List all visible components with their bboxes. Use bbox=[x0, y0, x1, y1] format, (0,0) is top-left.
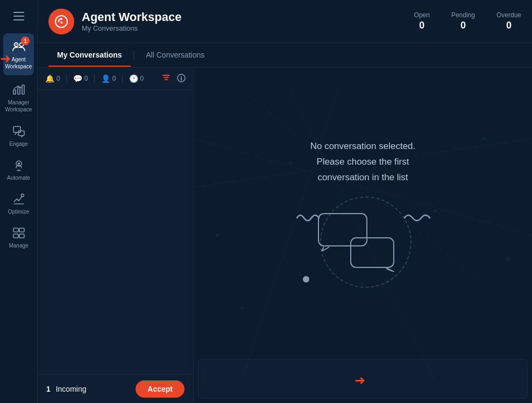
agent-workspace-badge: 1 bbox=[21, 37, 30, 45]
main-content: Agent Workspace My Conversations Open 0 … bbox=[38, 0, 532, 403]
sidebar-item-label-engage: Engage bbox=[9, 141, 27, 147]
svg-rect-7 bbox=[18, 131, 24, 136]
svg-rect-14 bbox=[19, 234, 24, 238]
svg-rect-3 bbox=[13, 90, 16, 94]
stat-overdue: Overdue 0 bbox=[496, 11, 521, 31]
svg-rect-4 bbox=[18, 87, 20, 94]
sidebar-item-manage[interactable]: Manage bbox=[0, 220, 37, 254]
squiggle-right bbox=[403, 210, 433, 223]
svg-rect-11 bbox=[13, 228, 18, 232]
manage-icon bbox=[11, 225, 26, 241]
left-arrow-indicator: ➜ bbox=[0, 51, 11, 66]
empty-line-1: No conversation selected. bbox=[310, 141, 416, 151]
bottom-arrow-indicator: ➜ bbox=[354, 373, 365, 388]
page-title: Agent Workspace bbox=[82, 10, 414, 24]
header-title-block: Agent Workspace My Conversations bbox=[82, 10, 414, 32]
stat-open: Open 0 bbox=[414, 11, 430, 31]
empty-state-text: No conversation selected. Please choose … bbox=[310, 139, 416, 186]
chat-illustration bbox=[293, 202, 433, 288]
sidebar-item-label-manage: Manage bbox=[9, 243, 28, 249]
conversation-filter-bar: 🔔 0 | 💬 0 | 👤 0 | 🕐 0 bbox=[38, 68, 193, 90]
header-stats: Open 0 Pending 0 Overdue 0 bbox=[414, 11, 521, 31]
manager-workspace-icon bbox=[11, 82, 26, 97]
stat-overdue-value: 0 bbox=[496, 20, 521, 31]
automate-icon bbox=[11, 158, 26, 173]
engage-icon bbox=[11, 124, 26, 139]
message-icon: 💬 bbox=[73, 74, 82, 83]
optimize-icon bbox=[11, 192, 26, 207]
right-panel: No conversation selected. Please choose … bbox=[194, 68, 532, 403]
conv-stat-time: 🕐 0 bbox=[129, 74, 144, 83]
conv-stat-notifications: 🔔 0 bbox=[45, 74, 60, 83]
svg-point-10 bbox=[21, 194, 24, 197]
svg-point-16 bbox=[60, 18, 62, 20]
sidebar-item-automate[interactable]: Automate bbox=[0, 152, 37, 186]
stat-pending-label: Pending bbox=[451, 11, 475, 19]
incoming-count: 1 bbox=[46, 385, 51, 393]
sidebar-item-optimize[interactable]: Optimize bbox=[0, 186, 37, 220]
conv-stat-agent-value: 0 bbox=[112, 75, 116, 82]
conversations-panel: 🔔 0 | 💬 0 | 👤 0 | 🕐 0 bbox=[38, 68, 194, 403]
svg-rect-6 bbox=[13, 126, 20, 132]
app-logo bbox=[48, 9, 74, 34]
stat-pending-value: 0 bbox=[451, 20, 475, 31]
conversation-list bbox=[38, 90, 193, 374]
chat-bubble-2 bbox=[350, 237, 398, 272]
header: Agent Workspace My Conversations Open 0 … bbox=[38, 0, 532, 43]
sidebar-item-label-manager: ManagerWorkspace bbox=[5, 99, 32, 113]
sidebar-item-label-optimize: Optimize bbox=[8, 209, 29, 215]
content-area: 🔔 0 | 💬 0 | 👤 0 | 🕐 0 bbox=[38, 68, 532, 403]
filter-button[interactable] bbox=[162, 73, 171, 84]
pipe-2: | bbox=[94, 74, 96, 83]
svg-point-2 bbox=[16, 44, 17, 45]
empty-line-3: conversation in the list bbox=[317, 172, 408, 182]
conv-stat-time-value: 0 bbox=[140, 75, 144, 82]
svg-rect-13 bbox=[13, 234, 18, 238]
stat-open-label: Open bbox=[414, 11, 430, 19]
conv-stat-agents: 👤 0 bbox=[101, 74, 116, 83]
svg-point-18 bbox=[181, 76, 182, 77]
clock-icon: 🕐 bbox=[129, 74, 138, 83]
tab-all-conversations[interactable]: All Conversations bbox=[137, 44, 213, 67]
svg-rect-5 bbox=[22, 85, 24, 94]
conv-stat-notif-value: 0 bbox=[56, 75, 60, 82]
conv-stat-msg-value: 0 bbox=[84, 75, 88, 82]
conv-stat-messages: 💬 0 bbox=[73, 74, 88, 83]
empty-state: No conversation selected. Please choose … bbox=[194, 68, 532, 359]
sidebar-item-label-automate: Automate bbox=[7, 175, 30, 181]
pipe-3: | bbox=[121, 74, 123, 83]
stat-open-value: 0 bbox=[414, 20, 430, 31]
sidebar-item-manager-workspace[interactable]: ManagerWorkspace bbox=[0, 76, 37, 118]
svg-point-15 bbox=[55, 16, 67, 27]
tab-bar: My Conversations | All Conversations bbox=[38, 43, 532, 68]
incoming-bar: 1 Incoming Accept bbox=[38, 374, 193, 403]
info-button[interactable] bbox=[177, 74, 186, 84]
page-subtitle: My Conversations bbox=[82, 24, 414, 32]
pipe-1: | bbox=[66, 74, 68, 83]
tab-my-conversations[interactable]: My Conversations bbox=[48, 44, 131, 67]
svg-point-9 bbox=[18, 162, 20, 165]
stat-overdue-label: Overdue bbox=[496, 11, 521, 19]
notification-icon: 🔔 bbox=[45, 74, 54, 83]
sidebar-item-engage[interactable]: Engage bbox=[0, 118, 37, 152]
svg-rect-12 bbox=[19, 228, 24, 232]
incoming-label: Incoming bbox=[56, 385, 87, 393]
stat-pending: Pending 0 bbox=[451, 11, 475, 31]
menu-button[interactable] bbox=[8, 5, 30, 27]
circle-dot bbox=[303, 276, 309, 282]
tab-divider: | bbox=[133, 50, 136, 61]
incoming-text: 1 Incoming bbox=[46, 385, 87, 393]
agent-count-icon: 👤 bbox=[101, 74, 110, 83]
empty-line-2: Please choose the first bbox=[317, 157, 409, 167]
svg-rect-32 bbox=[351, 238, 394, 267]
accept-button[interactable]: Accept bbox=[136, 380, 185, 398]
